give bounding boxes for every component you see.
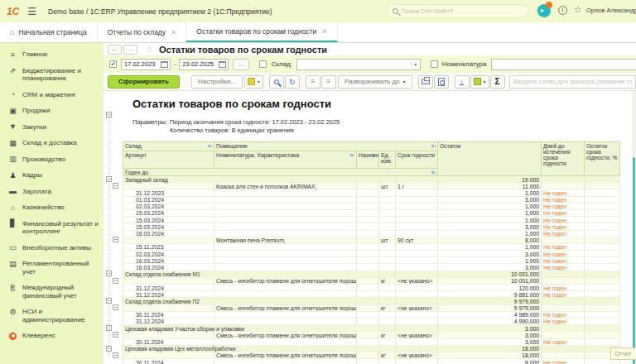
cell-nomenklatura[interactable] [214, 257, 357, 263]
cell-dni[interactable] [542, 298, 585, 304]
sidebar-item-intfin[interactable]: DrCrМеждународный финансовый учет [0, 280, 104, 304]
cell-sklad[interactable] [123, 305, 214, 311]
cell-pct[interactable] [585, 237, 620, 243]
cell-naznachenie[interactable] [357, 231, 379, 237]
cell-ostatok[interactable]: 9 881,000 [438, 291, 542, 297]
cell-dni[interactable]: Не годен [542, 264, 585, 270]
header-artikul[interactable]: Артикул [123, 151, 214, 169]
table-row[interactable]: Смесь - ингибитор пламени для огнетушите… [123, 278, 620, 285]
sidebar-item-production[interactable]: ▥Производство [0, 151, 104, 168]
cell-goden-do[interactable]: 02.03.2024 [123, 251, 214, 256]
sidebar-item-regaccounting[interactable]: ▤Регламентированный учет [0, 256, 104, 280]
table-row[interactable]: 30.11.20248,000Не годен [123, 359, 620, 364]
favorite-star-icon[interactable]: ☆ [146, 45, 153, 54]
cell-pct[interactable] [585, 189, 620, 195]
cell-goden-do[interactable]: 30.11.2024 [123, 339, 214, 345]
cell-nomenklatura[interactable] [214, 359, 357, 364]
cell-pct[interactable] [585, 339, 620, 345]
sklad-checkbox[interactable] [259, 60, 267, 68]
collapse-group-icon[interactable]: − [106, 298, 112, 304]
cell-srok[interactable] [396, 257, 438, 263]
vertical-scrollbar[interactable] [632, 91, 636, 364]
expand-to-button[interactable]: Разворачивать до ▾ [338, 75, 412, 89]
global-search-input[interactable]: Поиск Ctrl+Shift+F [387, 4, 529, 18]
cell-srok[interactable] [396, 318, 438, 324]
cell-naznachenie[interactable] [357, 346, 379, 352]
cell-srok[interactable] [396, 264, 438, 270]
table-row[interactable]: Смесь - ингибитор пламени для огнетушите… [123, 332, 620, 338]
table-row[interactable]: 30.11.20243,000Не годен [123, 339, 620, 346]
cell-pct[interactable] [585, 176, 620, 182]
cell-dni[interactable] [542, 346, 585, 352]
cell-goden-do[interactable]: 31.12.2024 [123, 318, 214, 324]
cell-goden-do[interactable]: 30.11.2024 [123, 312, 214, 318]
cell-dni[interactable]: Не годен [542, 197, 585, 203]
cell-ed-izm[interactable] [379, 359, 396, 364]
table-row[interactable]: 15.11.20231,000Не годен [123, 244, 620, 251]
cell-ostatok[interactable]: 1,000 [438, 210, 542, 216]
report-variants-button[interactable]: ▾ [244, 75, 263, 89]
cell-ed-izm[interactable] [379, 264, 396, 270]
cell-dni[interactable]: Не годен [542, 359, 585, 364]
cell-nomenklatura[interactable] [214, 291, 357, 297]
table-row[interactable]: 02.03.20241,000Не годен [123, 204, 620, 210]
collapse-group-icon[interactable]: − [113, 237, 118, 242]
cell-srok[interactable] [396, 325, 438, 331]
cell-dni[interactable]: Не годен [542, 257, 585, 263]
cell-naznachenie[interactable] [357, 318, 379, 324]
cell-dni[interactable] [542, 176, 585, 182]
cell-naznachenie[interactable] [357, 176, 379, 182]
cell-naznachenie[interactable] [357, 244, 379, 250]
forward-button[interactable]: → [123, 45, 137, 55]
favorites-star-icon[interactable]: ☆ [574, 4, 582, 15]
cell-sklad[interactable]: Цеховая кладовая Участок сборки и упаков… [123, 325, 357, 331]
cell-srok[interactable] [396, 217, 438, 223]
cell-dni[interactable]: Не годен [542, 339, 585, 345]
cell-naznachenie[interactable] [357, 183, 379, 189]
cell-naznachenie[interactable] [357, 257, 379, 263]
cell-dni[interactable]: Не годен [542, 285, 585, 290]
quick-filter-input[interactable] [509, 75, 636, 89]
cell-sklad[interactable] [123, 332, 214, 338]
cell-ed-izm[interactable] [379, 244, 396, 250]
cell-pct[interactable] [585, 223, 620, 229]
refresh-button[interactable]: ↻ [285, 75, 300, 89]
header-sklad[interactable]: Складa↓ [123, 142, 214, 151]
cell-naznachenie[interactable] [357, 305, 379, 311]
cell-pct[interactable] [585, 197, 620, 203]
cell-srok[interactable]: 1 г [396, 183, 438, 189]
table-row[interactable]: 16.03.20241,000Не годен [123, 257, 620, 264]
cell-pct[interactable] [585, 318, 620, 324]
cell-ed-izm[interactable] [379, 285, 396, 290]
table-row[interactable]: 02.03.20243,000Не годен [123, 251, 620, 257]
cell-ostatok[interactable]: 3,000 [438, 332, 542, 338]
cell-srok[interactable] [396, 346, 438, 352]
collapse-group-icon[interactable]: − [113, 183, 118, 189]
cell-srok[interactable] [396, 251, 438, 256]
cell-ed-izm[interactable]: кг [379, 352, 396, 358]
cell-pct[interactable] [585, 298, 620, 304]
cell-pct[interactable] [585, 291, 620, 297]
cell-srok[interactable] [396, 359, 438, 364]
cell-ed-izm[interactable] [379, 298, 396, 304]
cell-nomenklatura[interactable] [214, 264, 357, 270]
cell-nomenklatura[interactable]: Смесь - ингибитор пламени для огнетушите… [214, 352, 357, 358]
cell-pct[interactable] [585, 210, 620, 216]
cell-ed-izm[interactable] [379, 189, 396, 195]
calendar-icon[interactable] [219, 61, 226, 68]
cell-srok[interactable] [396, 231, 438, 237]
cell-naznachenie[interactable] [357, 298, 379, 304]
cell-sklad[interactable] [123, 278, 214, 284]
sklad-combo[interactable]: ▾ [296, 59, 421, 70]
cell-ostatok[interactable]: 3,000 [438, 223, 542, 229]
cell-sklad[interactable] [123, 183, 214, 189]
nomenklatura-combo[interactable] [491, 59, 636, 70]
cell-naznachenie[interactable] [357, 197, 379, 203]
cell-nomenklatura[interactable] [214, 251, 357, 256]
cell-nomenklatura[interactable] [214, 189, 357, 195]
cell-srok[interactable]: <не указано> [396, 332, 438, 338]
cell-ostatok[interactable]: 8,000 [438, 359, 542, 364]
cell-dni[interactable] [542, 305, 585, 311]
cell-pct[interactable] [585, 325, 620, 331]
header-pomeshenie[interactable]: Помещениеa↓ [214, 142, 438, 151]
